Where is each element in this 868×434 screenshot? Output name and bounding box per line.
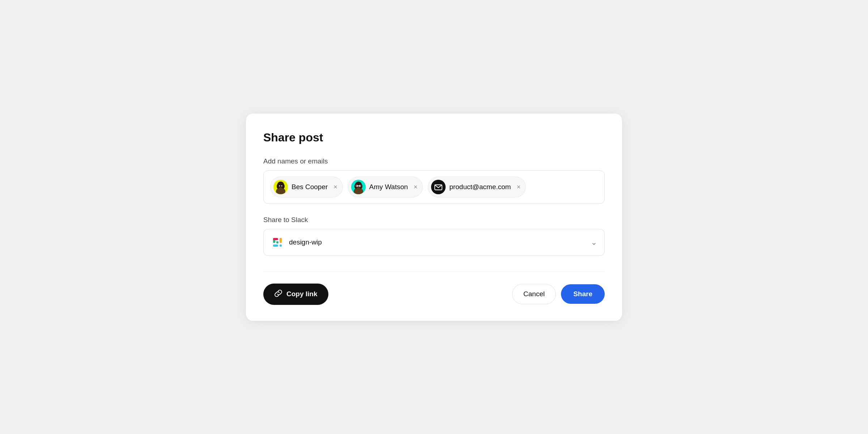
slack-section: Share to Slack bbox=[263, 216, 605, 256]
svg-point-14 bbox=[357, 185, 358, 186]
svg-rect-27 bbox=[273, 244, 278, 247]
link-icon bbox=[274, 289, 282, 299]
recipients-label: Add names or emails bbox=[263, 157, 605, 165]
svg-point-6 bbox=[279, 185, 280, 186]
recipient-chip-bes-cooper: Bes Cooper × bbox=[270, 176, 343, 197]
recipient-chip-product-acme: product@acme.com × bbox=[428, 176, 526, 197]
remove-amy-watson-button[interactable]: × bbox=[414, 184, 418, 190]
svg-point-5 bbox=[282, 184, 285, 189]
copy-link-label: Copy link bbox=[286, 290, 318, 298]
avatar-amy-watson bbox=[351, 180, 366, 194]
footer-right-buttons: Cancel Share bbox=[512, 284, 605, 304]
avatar-bes-cooper bbox=[273, 180, 288, 194]
recipient-chip-amy-watson: Amy Watson × bbox=[348, 176, 423, 197]
slack-select-left: design-wip bbox=[271, 236, 322, 249]
cancel-button[interactable]: Cancel bbox=[512, 284, 556, 304]
svg-rect-25 bbox=[280, 238, 282, 243]
chip-name-amy-watson: Amy Watson bbox=[369, 183, 408, 191]
chevron-down-icon: ⌄ bbox=[591, 238, 597, 247]
svg-point-7 bbox=[281, 185, 282, 186]
modal-footer: Copy link Cancel Share bbox=[263, 272, 605, 305]
svg-point-15 bbox=[359, 185, 360, 186]
avatar-product-acme bbox=[431, 180, 446, 194]
svg-point-19 bbox=[431, 180, 446, 194]
svg-rect-23 bbox=[273, 238, 278, 240]
chip-name-product-acme: product@acme.com bbox=[449, 183, 511, 191]
svg-point-4 bbox=[277, 184, 280, 189]
svg-rect-28 bbox=[280, 244, 282, 247]
modal-title: Share post bbox=[263, 131, 605, 144]
slack-channel-name: design-wip bbox=[289, 238, 322, 246]
copy-link-button[interactable]: Copy link bbox=[263, 284, 328, 305]
remove-bes-cooper-button[interactable]: × bbox=[333, 184, 337, 190]
recipients-box[interactable]: Bes Cooper × bbox=[263, 170, 605, 204]
slack-label: Share to Slack bbox=[263, 216, 605, 224]
slack-channel-select[interactable]: design-wip ⌄ bbox=[263, 229, 605, 256]
share-button[interactable]: Share bbox=[561, 284, 605, 304]
chip-name-bes-cooper: Bes Cooper bbox=[292, 183, 328, 191]
slack-icon bbox=[271, 236, 284, 249]
svg-rect-29 bbox=[276, 241, 278, 243]
remove-product-acme-button[interactable]: × bbox=[517, 184, 521, 190]
share-post-modal: Share post Add names or emails bbox=[246, 114, 622, 321]
